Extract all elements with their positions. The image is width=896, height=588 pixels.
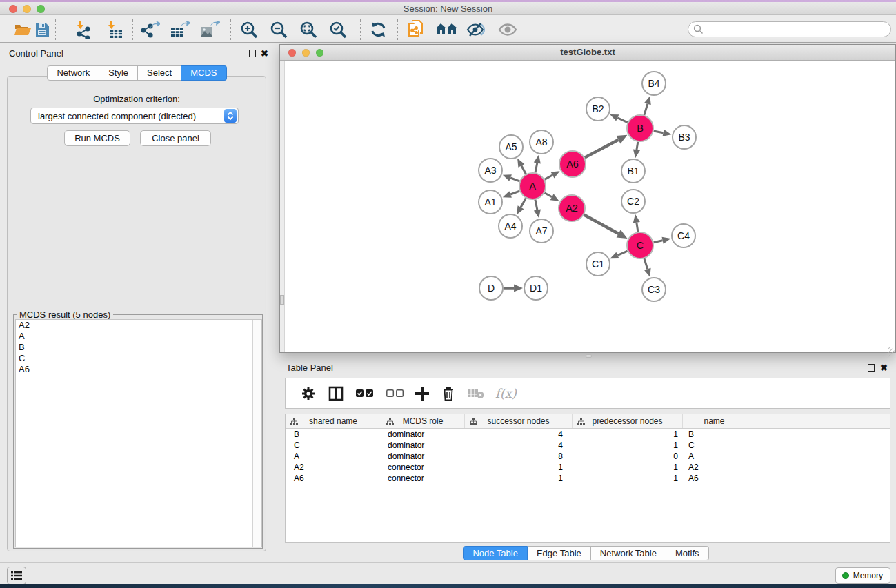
column-header-shared-name[interactable]: shared name xyxy=(286,414,381,428)
table-cell[interactable]: connector xyxy=(381,462,465,473)
edge-B-B1[interactable] xyxy=(637,142,638,150)
edge-A-A2[interactable] xyxy=(544,193,552,197)
mcds-result-item[interactable]: A6 xyxy=(16,364,261,375)
edge-A-A7[interactable] xyxy=(535,200,537,210)
add-column-icon[interactable] xyxy=(415,387,429,401)
minimize-window-button[interactable] xyxy=(302,49,310,57)
tab-network-table[interactable]: Network Table xyxy=(591,546,666,560)
edge-A2-C[interactable] xyxy=(584,215,619,234)
delete-column-icon[interactable] xyxy=(441,386,455,401)
mcds-result-list[interactable]: A2ABCA6 xyxy=(15,319,262,547)
list-scrollbar[interactable] xyxy=(252,320,261,547)
table-cell[interactable]: 1 xyxy=(573,473,683,484)
edge-C-C2[interactable] xyxy=(637,223,638,232)
search-box[interactable] xyxy=(688,21,891,37)
column-header-predecessor-nodes[interactable]: predecessor nodes xyxy=(573,414,683,428)
select-all-columns-icon[interactable] xyxy=(356,389,374,398)
network-from-file-icon[interactable] xyxy=(407,21,426,39)
close-window-button[interactable] xyxy=(9,5,17,13)
edge-A-A4[interactable] xyxy=(521,199,526,207)
table-cell[interactable]: dominator xyxy=(381,429,465,440)
edge-B-B3[interactable] xyxy=(654,131,664,133)
save-session-icon[interactable] xyxy=(34,21,50,39)
table-row[interactable]: A2connector11A2 xyxy=(286,462,890,473)
window-resize-grip[interactable] xyxy=(886,343,895,352)
task-history-button[interactable] xyxy=(7,567,26,585)
zoom-in-icon[interactable] xyxy=(240,21,259,39)
table-row[interactable]: Cdominator41C xyxy=(286,440,890,451)
table-cell[interactable]: dominator xyxy=(381,451,465,462)
table-cell[interactable]: 1 xyxy=(465,473,573,484)
tab-edge-table[interactable]: Edge Table xyxy=(528,546,591,560)
edge-A6-B[interactable] xyxy=(585,140,619,158)
column-header-MCDS-role[interactable]: MCDS role xyxy=(381,414,465,428)
table-cell[interactable]: 8 xyxy=(465,451,573,462)
run-mcds-button[interactable]: Run MCDS xyxy=(64,130,130,146)
float-panel-icon[interactable] xyxy=(249,50,256,57)
tab-node-table[interactable]: Node Table xyxy=(463,546,528,560)
table-cell[interactable]: 1 xyxy=(573,429,683,440)
tab-motifs[interactable]: Motifs xyxy=(666,546,709,560)
edge-A-A8[interactable] xyxy=(535,163,537,172)
table-cell[interactable]: 1 xyxy=(465,462,573,473)
table-cell[interactable]: A2 xyxy=(286,462,381,473)
edge-A-A6[interactable] xyxy=(545,175,553,179)
split-panel-icon[interactable] xyxy=(328,386,344,401)
search-input[interactable] xyxy=(704,25,890,34)
hide-graphics-details-icon[interactable] xyxy=(466,21,486,39)
tab-mcds[interactable]: MCDS xyxy=(181,65,226,81)
zoom-window-button[interactable] xyxy=(316,49,323,57)
table-cell[interactable]: C xyxy=(683,440,746,451)
table-cell[interactable]: A6 xyxy=(683,473,746,484)
deselect-all-columns-icon[interactable] xyxy=(386,389,404,398)
zoom-out-icon[interactable] xyxy=(270,21,288,39)
table-cell[interactable]: 4 xyxy=(465,429,573,440)
table-cell[interactable]: A xyxy=(286,451,381,462)
table-cell[interactable]: A6 xyxy=(286,473,381,484)
table-cell[interactable]: dominator xyxy=(381,440,465,451)
home-icon[interactable] xyxy=(435,21,457,39)
table-row[interactable]: A6connector11A6 xyxy=(286,473,890,484)
table-cell[interactable]: B xyxy=(286,429,381,440)
float-panel-icon[interactable] xyxy=(868,364,875,372)
edge-C-C1[interactable] xyxy=(617,251,627,255)
open-session-icon[interactable] xyxy=(14,21,32,39)
zoom-window-button[interactable] xyxy=(37,5,45,13)
close-window-button[interactable] xyxy=(288,49,296,57)
edge-C-C4[interactable] xyxy=(654,241,663,243)
refresh-icon[interactable] xyxy=(369,21,388,39)
edge-A-A5[interactable] xyxy=(521,165,526,174)
zoom-selected-icon[interactable] xyxy=(329,21,348,39)
network-graph[interactable]: AA6A2BCA5A8A3A1A4A7B2B4B3B1C2C4C1C3DD1 xyxy=(285,61,895,352)
tab-select[interactable]: Select xyxy=(138,65,181,81)
close-panel-icon[interactable]: ✖ xyxy=(261,50,268,57)
edge-B-B4[interactable] xyxy=(644,104,648,115)
table-row[interactable]: Adominator80A xyxy=(286,451,890,462)
edge-A-A3[interactable] xyxy=(510,178,519,181)
import-table-icon[interactable] xyxy=(106,21,123,39)
tab-network[interactable]: Network xyxy=(47,65,99,81)
edge-B-B2[interactable] xyxy=(617,118,628,123)
table-cell[interactable]: 4 xyxy=(465,440,573,451)
settings-icon[interactable] xyxy=(301,386,316,401)
column-header-name[interactable]: name xyxy=(683,414,746,428)
close-panel-button[interactable]: Close panel xyxy=(140,130,211,146)
tab-style[interactable]: Style xyxy=(99,65,138,81)
table-cell[interactable]: B xyxy=(683,429,746,440)
edge-C-C3[interactable] xyxy=(644,258,648,269)
minimize-window-button[interactable] xyxy=(23,5,31,13)
table-cell[interactable]: 0 xyxy=(573,451,683,462)
gutter-thumb[interactable] xyxy=(280,295,284,305)
table-cell[interactable]: C xyxy=(286,440,381,451)
import-network-icon[interactable] xyxy=(74,21,92,39)
network-canvas[interactable]: AA6A2BCA5A8A3A1A4A7B2B4B3B1C2C4C1C3DD1 xyxy=(285,61,895,352)
table-cell[interactable]: connector xyxy=(381,473,465,484)
table-cell[interactable]: A2 xyxy=(683,462,746,473)
table-cell[interactable]: 1 xyxy=(573,440,683,451)
edge-A-A1[interactable] xyxy=(510,191,519,194)
table-cell[interactable]: 1 xyxy=(573,462,683,473)
export-network-icon[interactable] xyxy=(141,21,160,39)
export-table-icon[interactable] xyxy=(170,21,190,39)
close-panel-icon[interactable]: ✖ xyxy=(880,364,888,372)
table-cell[interactable]: A xyxy=(683,451,746,462)
